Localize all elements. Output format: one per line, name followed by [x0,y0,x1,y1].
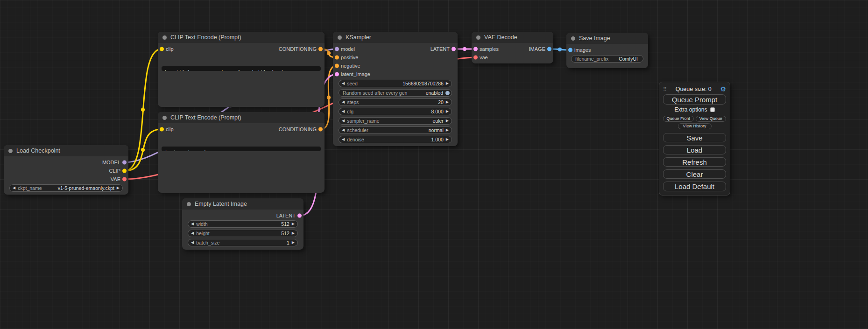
view-queue-button[interactable]: View Queue [696,116,727,122]
node-graph-canvas[interactable]: Load Checkpoint MODEL CLIP VAE ◀ ckpt_na… [0,0,868,329]
input-port-samples[interactable] [473,47,478,51]
stepper-right-icon[interactable]: ▶ [446,138,449,141]
input-row-positive: positive [333,53,458,62]
widget-filename-prefix[interactable]: filename_prefix ComfyUI [571,55,643,63]
collapse-dot-icon[interactable] [162,35,167,40]
load-button[interactable]: Load [663,145,726,154]
stepper-right-icon[interactable]: ▶ [446,100,449,104]
node-title-bar[interactable]: Save Image [566,33,648,44]
output-label: MODEL [102,160,120,165]
output-port-latent[interactable] [297,214,302,218]
collapse-dot-icon[interactable] [338,35,342,40]
widget-steps[interactable]: ◀ steps 20 ▶ [339,98,452,106]
stepper-right-icon[interactable]: ▶ [446,82,449,85]
queue-front-button[interactable]: Queue Front [663,116,694,122]
stepper-left-icon[interactable]: ◀ [342,119,345,123]
input-port-images[interactable] [568,48,572,52]
output-row-clip: CLIP [4,167,128,175]
node-empty-latent-image[interactable]: Empty Latent Image LATENT ◀ width 512 ▶ … [182,198,303,250]
stepper-left-icon[interactable]: ◀ [342,82,345,85]
input-port-positive[interactable] [335,56,339,60]
stepper-right-icon[interactable]: ▶ [117,186,120,190]
widget-value: 156680208700286 [402,81,444,86]
prompt-text-input[interactable]: beautiful scenery nature glass bottle la… [162,66,321,71]
input-label: model [341,46,355,52]
widget-width[interactable]: ◀ width 512 ▶ [188,220,298,228]
widget-cfg[interactable]: ◀ cfg 8.000 ▶ [339,108,452,115]
collapse-dot-icon[interactable] [571,36,575,41]
node-title-bar[interactable]: VAE Decode [472,32,553,43]
view-history-button[interactable]: View History [678,123,712,129]
history-row: View History [663,123,726,129]
drag-handle-icon[interactable]: ⠿ [663,86,667,92]
widget-label: batch_size [196,240,219,245]
collapse-dot-icon[interactable] [8,149,13,153]
extra-options-checkbox[interactable] [710,107,715,112]
node-title-bar[interactable]: Load Checkpoint [4,145,128,156]
node-title-bar[interactable]: Empty Latent Image [182,198,303,210]
output-port-vae[interactable] [122,177,127,182]
stepper-right-icon[interactable]: ▶ [292,241,295,245]
node-title-bar[interactable]: KSampler [333,32,458,43]
stepper-left-icon[interactable]: ◀ [342,128,345,132]
node-title-bar[interactable]: CLIP Text Encode (Prompt) [158,32,325,43]
widget-value: 20 [438,99,444,105]
output-label: CLIP [109,168,120,174]
output-label: LATENT [430,46,450,52]
output-port-clip[interactable] [122,169,127,173]
input-port-clip[interactable] [160,47,164,51]
stepper-left-icon[interactable]: ◀ [342,110,345,113]
node-save-image[interactable]: Save Image images filename_prefix ComfyU… [566,33,648,68]
output-port-model[interactable] [122,161,127,165]
output-port-conditioning[interactable] [318,127,323,132]
output-port-image[interactable] [547,47,551,51]
input-port-negative[interactable] [335,64,339,68]
node-ksampler[interactable]: KSampler model LATENT positive negative … [333,32,458,146]
toggle-dot-icon[interactable] [445,91,450,95]
collapse-dot-icon[interactable] [476,35,480,40]
output-port-conditioning[interactable] [318,47,323,51]
input-port-clip[interactable] [160,127,164,132]
stepper-right-icon[interactable]: ▶ [446,119,449,123]
output-port-latent[interactable] [452,47,456,51]
stepper-left-icon[interactable]: ◀ [191,231,194,235]
load-default-button[interactable]: Load Default [663,182,726,191]
save-button[interactable]: Save [663,133,726,142]
node-title-bar[interactable]: CLIP Text Encode (Prompt) [158,112,325,123]
prompt-text-input[interactable]: text, watermark [162,147,321,151]
node-clip-text-encode-positive[interactable]: CLIP Text Encode (Prompt) clip CONDITION… [158,32,325,107]
collapse-dot-icon[interactable] [162,116,167,120]
widget-value: 1.000 [431,137,444,142]
stepper-right-icon[interactable]: ▶ [292,231,295,235]
node-load-checkpoint[interactable]: Load Checkpoint MODEL CLIP VAE ◀ ckpt_na… [4,145,128,195]
stepper-right-icon[interactable]: ▶ [292,222,295,226]
widget-denoise[interactable]: ◀ denoise 1.000 ▶ [339,136,452,143]
stepper-right-icon[interactable]: ▶ [446,128,449,132]
widget-seed[interactable]: ◀ seed 156680208700286 ▶ [339,80,452,87]
widget-height[interactable]: ◀ height 512 ▶ [188,230,298,237]
input-port-vae[interactable] [473,56,478,60]
stepper-left-icon[interactable]: ◀ [342,138,345,141]
refresh-button[interactable]: Refresh [663,157,726,167]
stepper-right-icon[interactable]: ▶ [446,110,449,113]
settings-gear-icon[interactable]: ⚙ [720,85,726,93]
widget-value: enabled [426,90,443,96]
widget-scheduler[interactable]: ◀ scheduler normal ▶ [339,126,452,134]
widget-value: v1-5-pruned-emaonly.ckpt [58,185,114,191]
clear-button[interactable]: Clear [663,169,726,179]
input-port-model[interactable] [335,47,339,51]
queue-prompt-button[interactable]: Queue Prompt [663,94,726,105]
stepper-left-icon[interactable]: ◀ [342,100,345,104]
widget-random-seed-toggle[interactable]: Random seed after every gen enabled [339,89,452,97]
stepper-left-icon[interactable]: ◀ [191,222,194,226]
widget-batch-size[interactable]: ◀ batch_size 1 ▶ [188,239,298,246]
node-vae-decode[interactable]: VAE Decode samples IMAGE vae [472,32,553,63]
widget-value: 512 [281,221,289,227]
stepper-left-icon[interactable]: ◀ [13,186,15,190]
collapse-dot-icon[interactable] [187,202,191,206]
widget-sampler-name[interactable]: ◀ sampler_name euler ▶ [339,117,452,125]
stepper-left-icon[interactable]: ◀ [191,241,194,245]
widget-ckpt-name[interactable]: ◀ ckpt_name v1-5-pruned-emaonly.ckpt ▶ [9,184,123,192]
node-clip-text-encode-negative[interactable]: CLIP Text Encode (Prompt) clip CONDITION… [158,112,325,193]
input-port-latent-image[interactable] [335,72,339,77]
